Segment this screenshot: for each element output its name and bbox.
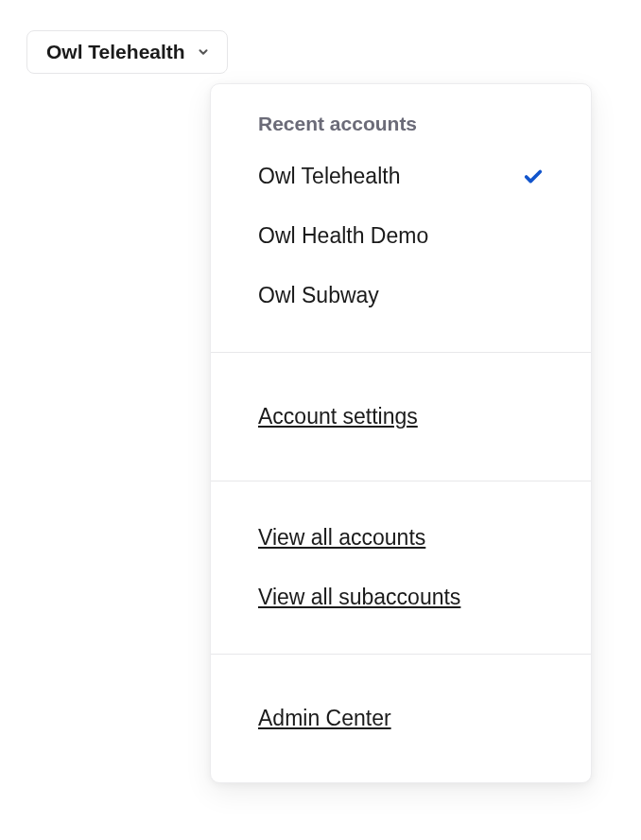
view-all-subaccounts-link[interactable]: View all subaccounts [211,568,591,627]
view-all-accounts-link[interactable]: View all accounts [211,508,591,568]
account-item-owl-health-demo[interactable]: Owl Health Demo [211,206,591,266]
account-item-label: Owl Subway [258,283,379,308]
recent-accounts-section: Recent accounts Owl Telehealth Owl Healt… [211,84,591,353]
account-dropdown-label: Owl Telehealth [46,41,185,63]
admin-center-section: Admin Center [211,655,591,782]
account-item-label: Owl Health Demo [258,223,428,249]
check-icon [523,166,544,187]
recent-accounts-title: Recent accounts [211,107,591,147]
account-item-owl-telehealth[interactable]: Owl Telehealth [211,147,591,206]
account-settings-section: Account settings [211,353,591,481]
chevron-down-icon [197,45,210,59]
account-settings-link[interactable]: Account settings [211,387,591,446]
account-dropdown-trigger[interactable]: Owl Telehealth [26,30,228,74]
admin-center-link[interactable]: Admin Center [211,689,591,748]
view-accounts-section: View all accounts View all subaccounts [211,481,591,655]
account-item-label: Owl Telehealth [258,164,400,189]
account-dropdown-panel: Recent accounts Owl Telehealth Owl Healt… [210,83,592,783]
account-item-owl-subway[interactable]: Owl Subway [211,266,591,325]
